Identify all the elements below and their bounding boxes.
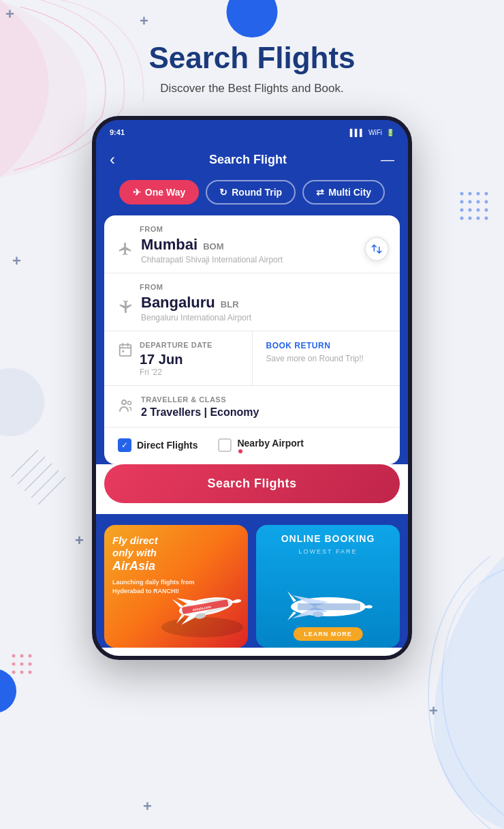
menu-icon[interactable]: —: [381, 152, 394, 168]
notification-dot: [238, 449, 242, 453]
back-button[interactable]: ‹: [110, 150, 115, 169]
nearby-airport-check: [218, 438, 232, 452]
svg-point-23: [20, 671, 24, 674]
svg-rect-42: [298, 603, 360, 610]
return-section[interactable]: BOOK RETURN Save more on Round Trip!!: [253, 331, 400, 385]
svg-point-41: [313, 612, 324, 617]
from-city-code: BOM: [203, 241, 223, 252]
swap-button[interactable]: [364, 237, 389, 261]
departure-date-section[interactable]: DEPARTURE DATE 17 Jun Fri '22: [104, 331, 253, 385]
traveller-section[interactable]: TRAVELLER & CLASS 2 Travellers | Economy: [104, 386, 400, 427]
to-city-code: BLR: [221, 299, 239, 310]
booking-subtitle: LOWEST FARE: [256, 548, 400, 555]
svg-point-32: [122, 400, 126, 404]
from-city-name: Mumbai: [141, 236, 198, 254]
svg-rect-31: [122, 350, 124, 352]
booking-plane: [284, 583, 373, 624]
calendar-icon: [118, 342, 133, 361]
search-card: FROM Mumbai BOM Chhatrapati Shivaji Inte…: [104, 215, 400, 464]
page-subtitle: Discover the Best Flights and Book.: [160, 82, 343, 95]
trip-type-bar: ✈ One Way ↻ Round Trip ⇄ Multi City: [96, 180, 408, 215]
refresh-icon: ↻: [219, 187, 227, 198]
svg-point-33: [128, 401, 131, 404]
svg-point-34: [161, 617, 243, 637]
phone-mockup: 9:41 ▌▌▌ WiFi 🔋 ‹ Search Flight — ✈ One …: [92, 116, 412, 660]
svg-point-22: [12, 671, 16, 674]
search-btn-wrapper: Search Flights: [96, 464, 408, 514]
svg-point-20: [20, 663, 24, 666]
direct-flights-check: ✓: [118, 438, 131, 452]
checkbox-row: ✓ Direct Flights Nearby Airport: [104, 427, 400, 464]
traveller-info: TRAVELLER & CLASS 2 Travellers | Economy: [141, 395, 386, 419]
arrival-icon: [118, 299, 134, 318]
banners-section: Fly direct only with AirAsia Launching d…: [96, 514, 408, 648]
to-city-name: Bangaluru: [141, 294, 215, 312]
traveller-icon: [118, 397, 134, 417]
from-field[interactable]: FROM Mumbai BOM Chhatrapati Shivaji Inte…: [104, 215, 400, 273]
booking-title: ONLINE BOOKING: [256, 533, 400, 544]
arrows-icon: ⇄: [316, 187, 324, 198]
nearby-airport-checkbox[interactable]: Nearby Airport: [218, 437, 304, 453]
svg-point-24: [29, 671, 32, 674]
from-airport: Chhatrapati Shivaji International Airpor…: [141, 255, 386, 265]
departure-date-info: DEPARTURE DATE 17 Jun Fri '22: [140, 341, 212, 377]
departure-icon: [118, 241, 134, 260]
phone-header: ‹ Search Flight —: [96, 145, 408, 180]
plus-deco: +: [143, 798, 152, 815]
booking-learn-more[interactable]: LEARN MORE: [293, 627, 363, 641]
svg-rect-30: [120, 345, 131, 357]
airasia-banner[interactable]: Fly direct only with AirAsia Launching d…: [104, 525, 248, 648]
airasia-text1: Fly direct only with AirAsia: [112, 534, 158, 574]
airasia-plane: airasla.com: [151, 586, 248, 648]
plane-icon: ✈: [133, 187, 141, 198]
round-trip-button[interactable]: ↻ Round Trip: [206, 180, 296, 205]
svg-point-19: [12, 663, 16, 666]
from-city-info: Mumbai BOM Chhatrapati Shivaji Internati…: [141, 236, 386, 265]
multi-city-button[interactable]: ⇄ Multi City: [302, 180, 385, 205]
status-bar: 9:41 ▌▌▌ WiFi 🔋: [96, 120, 408, 145]
one-way-button[interactable]: ✈ One Way: [119, 180, 199, 205]
to-field[interactable]: FROM Bangaluru BLR Bengaluru Internation…: [104, 273, 400, 331]
plus-deco: +: [429, 702, 438, 720]
booking-banner[interactable]: ONLINE BOOKING LOWEST FARE LEARN MORE: [256, 525, 400, 648]
search-flights-button[interactable]: Search Flights: [104, 464, 400, 503]
header-title: Search Flight: [209, 153, 287, 167]
to-airport: Bengaluru International Airport: [141, 313, 386, 322]
svg-point-21: [29, 663, 32, 666]
to-city-info: Bangaluru BLR Bengaluru International Ai…: [141, 294, 386, 322]
page-title: Search Flights: [148, 41, 355, 75]
date-row: DEPARTURE DATE 17 Jun Fri '22 BOOK RETUR…: [104, 331, 400, 386]
direct-flights-checkbox[interactable]: ✓ Direct Flights: [118, 438, 198, 452]
